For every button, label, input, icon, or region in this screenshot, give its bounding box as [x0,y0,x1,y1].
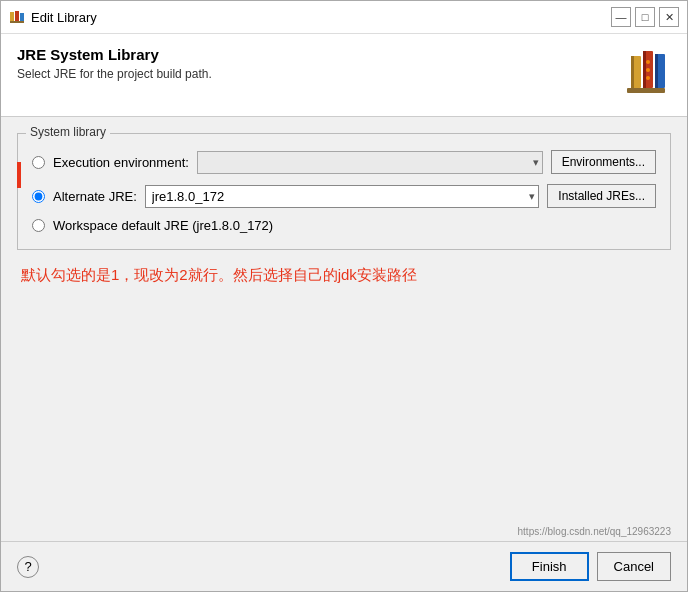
environments-button[interactable]: Environments... [551,150,656,174]
svg-point-12 [646,68,650,72]
workspace-default-label: Workspace default JRE (jre1.8.0_172) [53,218,273,233]
header-section: JRE System Library Select JRE for the pr… [1,34,687,117]
title-bar-controls: — □ ✕ [611,7,679,27]
execution-environment-select[interactable] [197,151,543,174]
system-library-group: System library Execution environment: ▾ … [17,133,671,250]
minimize-button[interactable]: — [611,7,631,27]
workspace-default-radio[interactable] [32,219,45,232]
svg-rect-9 [631,56,634,88]
window-icon [9,9,25,25]
dialog-subtitle: Select JRE for the project build path. [17,67,212,81]
footer-right: Finish Cancel [510,552,671,581]
maximize-button[interactable]: □ [635,7,655,27]
execution-environment-dropdown-wrapper: ▾ [197,151,543,174]
main-window: Edit Library — □ ✕ JRE System Library Se… [0,0,688,592]
header-text: JRE System Library Select JRE for the pr… [17,46,212,81]
svg-rect-10 [627,88,665,93]
help-button[interactable]: ? [17,556,39,578]
title-bar-text: Edit Library [31,10,605,25]
alternate-jre-dropdown-wrapper: jre1.8.0_172 ▾ [145,185,539,208]
installed-jres-button[interactable]: Installed JREs... [547,184,656,208]
svg-rect-0 [10,12,14,22]
finish-button[interactable]: Finish [510,552,589,581]
alternate-jre-row: Alternate JRE: jre1.8.0_172 ▾ Installed … [32,184,656,208]
watermark: https://blog.csdn.net/qq_12963223 [1,524,687,541]
svg-rect-1 [15,11,19,22]
alternate-jre-label: Alternate JRE: [53,189,137,204]
title-bar: Edit Library — □ ✕ [1,1,687,34]
annotation-text: 默认勾选的是1，现改为2就行。然后选择自己的jdk安装路径 [21,266,417,283]
group-label: System library [26,125,110,139]
svg-rect-7 [643,51,646,88]
annotation-block: 默认勾选的是1，现改为2就行。然后选择自己的jdk安装路径 [17,266,671,285]
alternate-jre-radio[interactable] [32,190,45,203]
alternate-jre-select[interactable]: jre1.8.0_172 [145,185,539,208]
books-icon [619,46,671,104]
dialog-title: JRE System Library [17,46,212,63]
footer: ? Finish Cancel [1,541,687,591]
workspace-default-row: Workspace default JRE (jre1.8.0_172) [32,218,656,233]
svg-rect-5 [655,54,658,88]
svg-rect-3 [10,21,24,23]
svg-point-13 [646,76,650,80]
cancel-button[interactable]: Cancel [597,552,671,581]
footer-left: ? [17,556,39,578]
svg-point-11 [646,60,650,64]
close-button[interactable]: ✕ [659,7,679,27]
execution-environment-radio[interactable] [32,156,45,169]
execution-environment-label: Execution environment: [53,155,189,170]
execution-environment-row: Execution environment: ▾ Environments... [32,150,656,174]
content-area: System library Execution environment: ▾ … [1,117,687,524]
indicator-bar-1 [17,162,21,188]
svg-rect-2 [20,13,24,22]
